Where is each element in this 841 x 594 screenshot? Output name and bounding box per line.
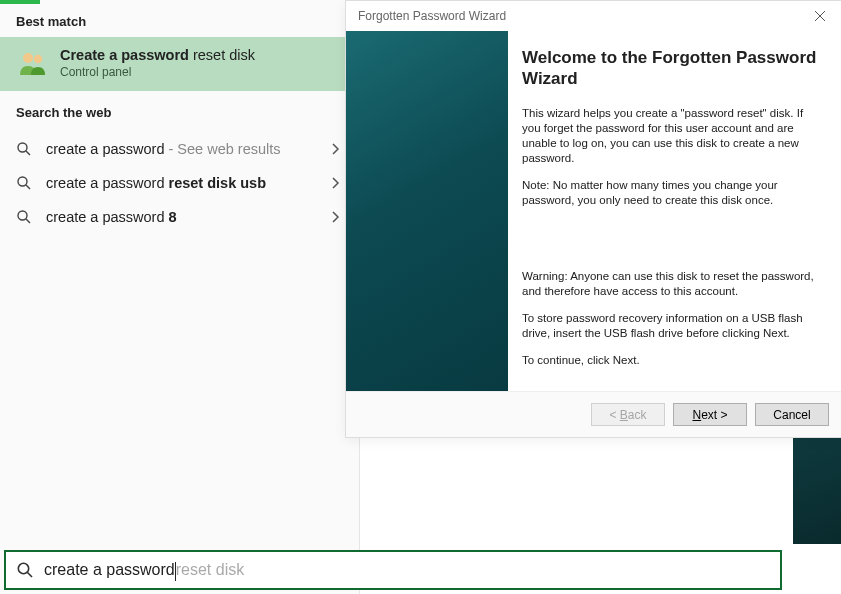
best-match-header: Best match	[0, 0, 359, 37]
desktop-wallpaper-peek	[793, 436, 841, 544]
forgotten-password-wizard-window: Forgotten Password Wizard Welcome to the…	[345, 0, 841, 438]
svg-line-11	[28, 573, 33, 578]
next-button[interactable]: Next >	[673, 403, 747, 426]
web-result-bold: reset disk usb	[169, 175, 267, 191]
search-icon	[16, 561, 34, 579]
search-icon	[16, 209, 32, 225]
wizard-heading: Welcome to the Forgotten Password Wizard	[522, 47, 821, 90]
wizard-body: Welcome to the Forgotten Password Wizard…	[346, 31, 841, 391]
search-autocomplete-ghost: reset disk	[176, 561, 244, 579]
wizard-sidebar-image	[346, 31, 508, 391]
wizard-para-5: To continue, click Next.	[522, 353, 821, 368]
wizard-title: Forgotten Password Wizard	[358, 9, 506, 23]
web-result-item[interactable]: create a password reset disk usb	[0, 166, 359, 200]
cancel-button[interactable]: Cancel	[755, 403, 829, 426]
svg-line-5	[26, 185, 30, 189]
chevron-right-icon[interactable]	[329, 142, 343, 156]
accent-bar	[0, 0, 40, 4]
web-result-prefix: create a password	[46, 141, 164, 157]
svg-point-2	[18, 143, 27, 152]
next-button-rest: ext >	[701, 408, 727, 422]
wizard-para-4: To store password recovery information o…	[522, 311, 821, 341]
web-result-item[interactable]: create a password 8	[0, 200, 359, 234]
web-results-list: create a password - See web results crea…	[0, 128, 359, 234]
web-result-suffix: - See web results	[164, 141, 280, 157]
svg-point-0	[23, 53, 33, 63]
back-button-rest: ack	[628, 408, 647, 422]
best-match-title: Create a password reset disk	[60, 47, 255, 63]
search-typed-text: create a password	[44, 561, 175, 579]
wizard-para-2: Note: No matter how many times you chang…	[522, 178, 821, 208]
svg-point-10	[18, 563, 28, 573]
web-result-label: create a password - See web results	[46, 141, 321, 157]
wizard-button-row: < Back Next > Cancel	[346, 391, 841, 437]
web-result-bold: 8	[169, 209, 177, 225]
best-match-text: Create a password reset disk Control pan…	[60, 47, 255, 79]
back-button: < Back	[591, 403, 665, 426]
wizard-para-1: This wizard helps you create a "password…	[522, 106, 821, 167]
back-button-accel: B	[620, 408, 628, 422]
search-web-header: Search the web	[0, 91, 359, 128]
svg-point-6	[18, 211, 27, 220]
chevron-right-icon[interactable]	[329, 176, 343, 190]
web-result-prefix: create a password	[46, 209, 169, 225]
wizard-content: Welcome to the Forgotten Password Wizard…	[508, 31, 841, 391]
wizard-titlebar[interactable]: Forgotten Password Wizard	[346, 1, 841, 31]
svg-point-4	[18, 177, 27, 186]
search-icon	[16, 175, 32, 191]
svg-point-1	[34, 55, 43, 64]
taskbar-search-input[interactable]: create a password reset disk	[4, 550, 782, 590]
best-match-title-bold: Create a password	[60, 47, 189, 63]
web-result-prefix: create a password	[46, 175, 169, 191]
svg-line-7	[26, 219, 30, 223]
wizard-para-3: Warning: Anyone can use this disk to res…	[522, 269, 821, 299]
start-search-panel: Best match Create a password reset disk …	[0, 0, 360, 594]
svg-line-3	[26, 151, 30, 155]
web-result-item[interactable]: create a password - See web results	[0, 132, 359, 166]
chevron-right-icon[interactable]	[329, 210, 343, 224]
web-result-label: create a password reset disk usb	[46, 175, 321, 191]
next-button-accel: N	[692, 408, 701, 422]
web-result-label: create a password 8	[46, 209, 321, 225]
users-icon	[16, 47, 48, 79]
best-match-title-rest: reset disk	[189, 47, 255, 63]
best-match-subtitle: Control panel	[60, 65, 255, 79]
close-icon	[814, 10, 826, 22]
back-button-prefix: <	[609, 408, 619, 422]
search-icon	[16, 141, 32, 157]
best-match-result[interactable]: Create a password reset disk Control pan…	[0, 37, 359, 91]
close-button[interactable]	[805, 5, 835, 27]
